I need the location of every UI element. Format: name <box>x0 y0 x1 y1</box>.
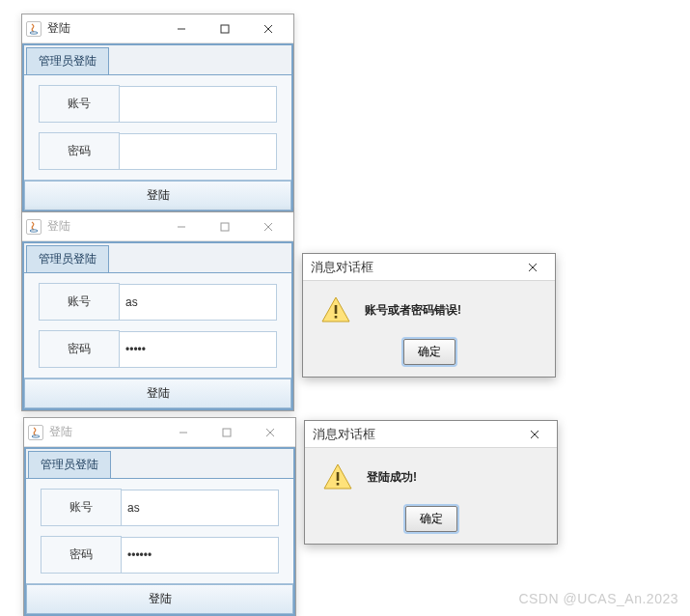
account-input[interactable] <box>120 86 277 123</box>
login-button[interactable]: 登陆 <box>24 181 291 210</box>
password-input[interactable] <box>122 537 279 574</box>
svg-rect-13 <box>335 305 338 314</box>
close-button[interactable] <box>520 423 549 446</box>
svg-point-5 <box>30 229 38 231</box>
dialog-titlebar[interactable]: 消息对话框 <box>305 421 557 448</box>
account-label: 账号 <box>39 85 120 123</box>
dialog-title: 消息对话框 <box>311 259 373 276</box>
warning-icon <box>320 294 351 325</box>
message-dialog: 消息对话框 账号或者密码错误! 确定 <box>302 253 556 378</box>
java-icon <box>26 219 41 235</box>
svg-rect-7 <box>221 223 229 231</box>
window-title: 登陆 <box>47 218 159 235</box>
warning-icon <box>322 462 353 492</box>
dialog-title: 消息对话框 <box>313 426 375 443</box>
login-button[interactable]: 登陆 <box>24 378 291 408</box>
java-icon <box>26 21 41 37</box>
login-window: 登陆 管理员登陆 账号 密码 登陆 <box>21 14 294 213</box>
minimize-button[interactable] <box>159 213 203 240</box>
close-button[interactable] <box>248 419 291 446</box>
minimize-button[interactable] <box>159 15 203 42</box>
close-button[interactable] <box>246 213 290 240</box>
svg-rect-24 <box>337 483 340 486</box>
window-title: 登陆 <box>47 20 159 37</box>
java-icon <box>28 425 43 440</box>
account-label: 账号 <box>39 283 120 321</box>
titlebar[interactable]: 登陆 <box>22 212 293 241</box>
ok-button[interactable]: 确定 <box>405 506 457 532</box>
maximize-button[interactable] <box>203 15 246 42</box>
dialog-message: 登陆成功! <box>367 469 417 486</box>
svg-point-15 <box>32 434 40 436</box>
window-title: 登陆 <box>49 424 161 440</box>
password-label: 密码 <box>39 132 120 170</box>
login-window: 登陆 管理员登陆 账号 密码 登陆 <box>23 417 296 616</box>
svg-rect-2 <box>221 25 229 33</box>
login-button[interactable]: 登陆 <box>26 584 293 614</box>
account-input[interactable] <box>122 490 279 526</box>
login-window: 登陆 管理员登陆 账号 密码 登陆 <box>21 211 294 411</box>
titlebar[interactable]: 登陆 <box>24 418 295 447</box>
svg-rect-23 <box>337 472 340 481</box>
dialog-titlebar[interactable]: 消息对话框 <box>303 254 555 281</box>
titlebar[interactable]: 登陆 <box>22 14 293 43</box>
dialog-message: 账号或者密码错误! <box>365 302 461 319</box>
tab-admin-login[interactable]: 管理员登陆 <box>28 451 111 478</box>
password-input[interactable] <box>120 133 277 170</box>
ok-button[interactable]: 确定 <box>403 339 455 365</box>
password-label: 密码 <box>39 330 120 368</box>
account-label: 账号 <box>41 489 122 526</box>
account-input[interactable] <box>120 284 277 321</box>
svg-point-0 <box>30 31 38 33</box>
close-button[interactable] <box>246 15 290 42</box>
maximize-button[interactable] <box>203 213 246 240</box>
svg-rect-14 <box>335 316 338 319</box>
message-dialog: 消息对话框 登陆成功! 确定 <box>304 420 558 545</box>
tab-admin-login[interactable]: 管理员登陆 <box>26 47 109 74</box>
tab-admin-login[interactable]: 管理员登陆 <box>26 245 109 272</box>
svg-rect-17 <box>223 429 231 436</box>
close-button[interactable] <box>518 256 547 279</box>
password-input[interactable] <box>120 331 277 368</box>
watermark: CSDN @UCAS_An.2023 <box>518 591 678 606</box>
password-label: 密码 <box>41 536 122 574</box>
maximize-button[interactable] <box>205 419 248 446</box>
minimize-button[interactable] <box>161 419 205 446</box>
